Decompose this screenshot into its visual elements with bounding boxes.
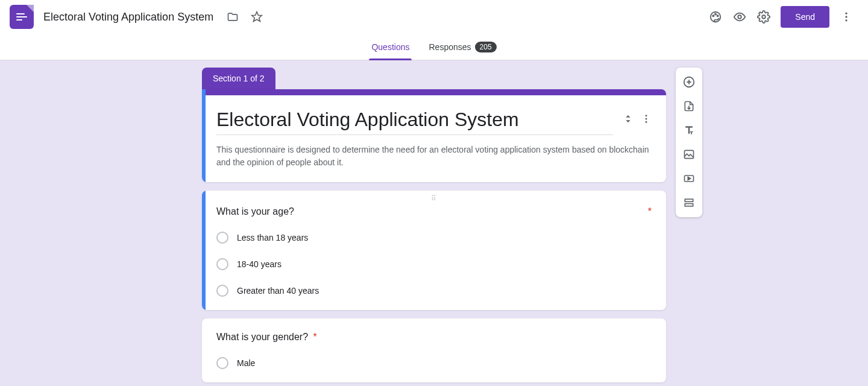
folder-icon[interactable]: [221, 5, 245, 29]
more-icon[interactable]: [834, 5, 858, 29]
import-questions-icon[interactable]: [678, 95, 700, 117]
question-card[interactable]: What is your gender? * Male: [202, 318, 666, 382]
response-count-badge: 205: [475, 42, 497, 52]
preview-icon[interactable]: [728, 5, 752, 29]
question-text[interactable]: What is your gender?: [216, 332, 308, 342]
option-label: Less than 18 years: [237, 233, 308, 242]
radio-icon[interactable]: [216, 357, 228, 369]
option-row[interactable]: Less than 18 years: [216, 232, 652, 244]
question-text[interactable]: What is your age?: [216, 206, 294, 217]
add-title-icon[interactable]: [678, 119, 700, 141]
tab-responses[interactable]: Responses 205: [426, 34, 498, 60]
option-row[interactable]: Greater than 40 years: [216, 285, 652, 297]
required-star-icon: *: [648, 206, 652, 217]
title-card[interactable]: Electoral Voting Application System This…: [202, 89, 666, 182]
option-row[interactable]: Male: [216, 357, 652, 369]
add-video-icon[interactable]: [678, 168, 700, 189]
tab-questions[interactable]: Questions: [369, 34, 412, 60]
option-label: 18-40 years: [237, 259, 281, 269]
svg-point-6: [845, 13, 847, 14]
option-label: Greater than 40 years: [237, 286, 319, 296]
send-button[interactable]: Send: [781, 6, 829, 28]
required-star-icon: *: [313, 332, 317, 342]
svg-point-11: [646, 121, 647, 123]
star-icon[interactable]: [245, 5, 269, 29]
svg-point-7: [845, 16, 847, 17]
forms-logo-icon[interactable]: [10, 5, 34, 29]
question-card[interactable]: ⠿ What is your age? * Less than 18 years…: [202, 191, 666, 310]
palette-icon[interactable]: [703, 5, 728, 29]
svg-point-10: [646, 118, 647, 120]
tab-questions-label: Questions: [371, 42, 409, 52]
more-vert-icon[interactable]: [641, 113, 652, 124]
radio-icon[interactable]: [216, 232, 228, 244]
header: Electoral Voting Application System Send: [0, 0, 868, 34]
add-image-icon[interactable]: [678, 144, 700, 165]
tab-responses-label: Responses: [429, 42, 471, 52]
svg-rect-16: [685, 204, 693, 206]
svg-point-9: [646, 115, 647, 116]
svg-point-1: [713, 15, 714, 16]
drag-handle-icon[interactable]: ⠿: [202, 191, 666, 206]
add-question-icon[interactable]: [678, 71, 700, 93]
svg-point-4: [738, 15, 742, 19]
document-title[interactable]: Electoral Voting Application System: [43, 11, 213, 24]
svg-point-5: [763, 15, 766, 19]
svg-point-3: [717, 15, 719, 16]
form-description[interactable]: This questionnaire is designed to determ…: [216, 144, 652, 169]
floating-toolbar: [676, 68, 702, 217]
add-section-icon[interactable]: [678, 192, 700, 214]
svg-rect-15: [685, 199, 693, 201]
section-tab[interactable]: Section 1 of 2: [202, 68, 275, 89]
option-row[interactable]: 18-40 years: [216, 258, 652, 270]
form-title[interactable]: Electoral Voting Application System: [216, 109, 613, 135]
radio-icon[interactable]: [216, 258, 228, 270]
tabs-bar: Questions Responses 205: [0, 34, 868, 60]
settings-icon[interactable]: [752, 5, 776, 29]
collapse-icon[interactable]: [623, 113, 634, 124]
option-label: Male: [237, 358, 255, 368]
form-canvas: Section 1 of 2 Electoral Voting Applicat…: [0, 60, 868, 386]
svg-point-2: [715, 13, 716, 14]
radio-icon[interactable]: [216, 285, 228, 297]
svg-point-8: [845, 19, 847, 21]
